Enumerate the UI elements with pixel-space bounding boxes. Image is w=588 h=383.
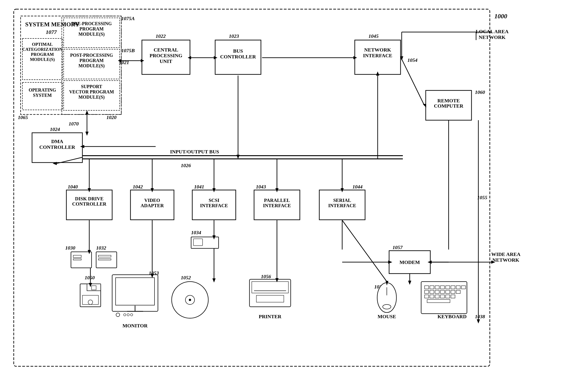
svg-text:PROGRAM: PROGRAM <box>31 52 54 57</box>
svg-point-118 <box>127 314 129 316</box>
svg-text:DISK DRIVE: DISK DRIVE <box>75 196 104 201</box>
svg-text:CONTROLLER: CONTROLLER <box>39 144 76 150</box>
svg-text:1038: 1038 <box>475 314 485 319</box>
svg-text:PARALLEL: PARALLEL <box>264 198 290 203</box>
svg-text:1056: 1056 <box>261 274 271 279</box>
svg-text:PROGRAM: PROGRAM <box>79 26 104 31</box>
svg-marker-194 <box>477 319 480 323</box>
svg-text:1075B: 1075B <box>121 48 135 53</box>
svg-text:1043: 1043 <box>256 184 266 190</box>
svg-text:1070: 1070 <box>69 121 79 127</box>
svg-text:1065: 1065 <box>18 114 28 120</box>
svg-text:REMOTE: REMOTE <box>437 98 460 104</box>
svg-text:DMA: DMA <box>51 139 63 144</box>
svg-text:OPERATING: OPERATING <box>29 87 56 92</box>
svg-text:INTERFACE: INTERFACE <box>263 203 291 208</box>
svg-marker-216 <box>212 278 216 282</box>
svg-text:CONTROLLER: CONTROLLER <box>220 54 256 60</box>
svg-text:ADAPTER: ADAPTER <box>141 203 164 208</box>
svg-line-217 <box>342 220 387 282</box>
svg-text:PROCESSING: PROCESSING <box>149 53 182 58</box>
svg-text:NETWORK: NETWORK <box>364 47 391 53</box>
svg-point-139 <box>189 299 191 301</box>
svg-text:MODULE(S): MODULE(S) <box>79 32 105 37</box>
svg-text:PRINTER: PRINTER <box>259 314 282 319</box>
svg-text:1026: 1026 <box>181 163 191 168</box>
svg-text:1050: 1050 <box>85 275 95 280</box>
svg-marker-162 <box>85 132 89 136</box>
svg-point-117 <box>124 314 126 316</box>
svg-text:POST-PROCESSING: POST-PROCESSING <box>70 53 113 58</box>
svg-rect-126 <box>96 252 117 268</box>
svg-rect-146 <box>256 295 284 302</box>
svg-text:SERIAL: SERIAL <box>333 198 351 203</box>
svg-text:MODEM: MODEM <box>399 259 420 265</box>
svg-text:1034: 1034 <box>191 230 201 235</box>
svg-marker-163 <box>85 110 89 114</box>
svg-text:1060: 1060 <box>475 89 485 95</box>
svg-text:1075A: 1075A <box>121 16 135 21</box>
svg-rect-144 <box>252 282 288 293</box>
architecture-diagram: 1000 SYSTEM MEMORY 1077 PRE-PROCESSING P… <box>0 0 588 383</box>
svg-text:BUS: BUS <box>233 48 243 54</box>
svg-rect-2 <box>21 16 121 114</box>
svg-text:MODULE(S): MODULE(S) <box>79 95 105 100</box>
svg-point-119 <box>130 314 133 316</box>
svg-text:SYSTEM: SYSTEM <box>33 93 52 98</box>
svg-text:INTERFACE: INTERFACE <box>200 203 228 208</box>
svg-text:PROGRAM: PROGRAM <box>79 58 104 63</box>
svg-text:1052: 1052 <box>181 275 191 280</box>
svg-text:NETWORK: NETWORK <box>479 34 505 40</box>
svg-text:PRE-PROCESSING: PRE-PROCESSING <box>71 21 112 26</box>
svg-text:OPTIMAL: OPTIMAL <box>32 42 53 47</box>
svg-text:CENTRAL: CENTRAL <box>154 47 178 53</box>
svg-point-111 <box>383 304 391 309</box>
svg-text:1020: 1020 <box>106 114 117 120</box>
svg-text:1045: 1045 <box>369 33 378 39</box>
svg-text:1040: 1040 <box>68 184 78 190</box>
svg-marker-159 <box>236 155 240 159</box>
svg-text:1000: 1000 <box>494 13 507 20</box>
svg-text:VIDEO: VIDEO <box>145 198 160 203</box>
svg-rect-113 <box>116 278 154 305</box>
svg-text:VECTOR PROGRAM: VECTOR PROGRAM <box>69 89 114 94</box>
svg-rect-84 <box>421 282 467 314</box>
svg-text:1057: 1057 <box>393 244 403 250</box>
svg-text:1024: 1024 <box>50 126 60 132</box>
svg-text:INTERFACE: INTERFACE <box>328 203 356 208</box>
svg-text:NETWORK: NETWORK <box>492 257 519 263</box>
diagram-container: 1000 SYSTEM MEMORY 1077 PRE-PROCESSING P… <box>0 0 588 383</box>
svg-text:1054: 1054 <box>407 57 418 63</box>
svg-text:LOCAL AREA: LOCAL AREA <box>476 29 509 34</box>
svg-text:1055: 1055 <box>477 195 487 200</box>
svg-text:SUPPORT: SUPPORT <box>81 84 102 89</box>
svg-text:1053: 1053 <box>149 270 159 276</box>
svg-point-116 <box>116 313 120 317</box>
svg-text:COMPUTER: COMPUTER <box>434 103 463 109</box>
svg-text:1022: 1022 <box>156 33 166 39</box>
svg-text:UNIT: UNIT <box>160 58 172 64</box>
svg-text:1041: 1041 <box>194 184 204 190</box>
svg-line-184 <box>401 58 424 105</box>
svg-text:WIDE AREA: WIDE AREA <box>491 251 521 257</box>
svg-marker-201 <box>408 281 411 285</box>
svg-text:MONITOR: MONITOR <box>123 323 148 328</box>
svg-text:MODULE(S): MODULE(S) <box>30 57 55 62</box>
svg-text:SCSI: SCSI <box>209 198 219 203</box>
svg-text:MOUSE: MOUSE <box>378 314 396 319</box>
svg-text:INTERFACE: INTERFACE <box>363 53 392 58</box>
svg-text:MODULE(S): MODULE(S) <box>79 63 105 68</box>
svg-text:1030: 1030 <box>65 245 75 251</box>
svg-text:INPUT/OUTPUT BUS: INPUT/OUTPUT BUS <box>170 149 219 154</box>
svg-text:KEYBOARD: KEYBOARD <box>437 314 466 319</box>
svg-text:1023: 1023 <box>229 33 239 39</box>
svg-text:1044: 1044 <box>353 184 362 190</box>
svg-text:1077: 1077 <box>46 29 57 35</box>
svg-text:1042: 1042 <box>133 184 143 190</box>
svg-text:CONTROLLER: CONTROLLER <box>72 201 106 207</box>
svg-text:1032: 1032 <box>96 245 106 251</box>
svg-text:CATEGORIZATION: CATEGORIZATION <box>22 47 63 52</box>
